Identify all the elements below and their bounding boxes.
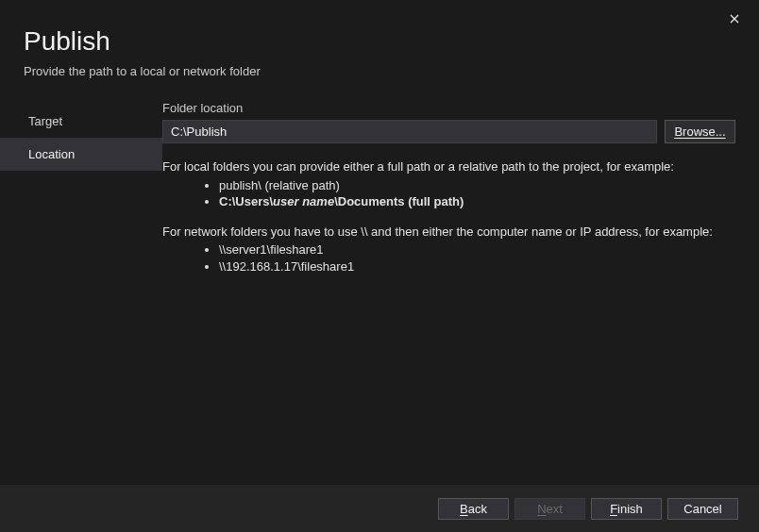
step-target[interactable]: Target — [0, 105, 162, 138]
help-local-example-1: publish\ (relative path) — [219, 177, 735, 194]
close-icon[interactable] — [723, 8, 746, 30]
dialog-footer: Back Next Finish Cancel — [0, 485, 759, 532]
cancel-button[interactable]: Cancel — [667, 498, 738, 520]
browse-button[interactable]: Browse... — [665, 120, 735, 143]
dialog-header: Publish Provide the path to a local or n… — [0, 0, 759, 78]
help-net-example-1: \\server1\fileshare1 — [219, 241, 735, 258]
help-net-intro: For network folders you have to use \\ a… — [162, 224, 735, 241]
page-subtitle: Provide the path to a local or network f… — [24, 64, 735, 78]
next-button: Next — [514, 498, 585, 520]
step-location[interactable]: Location — [0, 138, 162, 171]
help-text: For local folders you can provide either… — [162, 158, 735, 274]
help-local-example-2: C:\Users\user name\Documents (full path) — [219, 193, 735, 210]
back-button[interactable]: Back — [438, 498, 509, 520]
help-local-intro: For local folders you can provide either… — [162, 158, 735, 175]
wizard-steps: Target Location — [0, 101, 162, 288]
help-net-example-2: \\192.168.1.17\fileshare1 — [219, 258, 735, 275]
finish-button[interactable]: Finish — [591, 498, 662, 520]
page-title: Publish — [24, 26, 735, 57]
content-pane: Folder location Browse... For local fold… — [162, 101, 759, 288]
folder-location-input[interactable] — [162, 120, 657, 143]
folder-location-label: Folder location — [162, 101, 735, 115]
